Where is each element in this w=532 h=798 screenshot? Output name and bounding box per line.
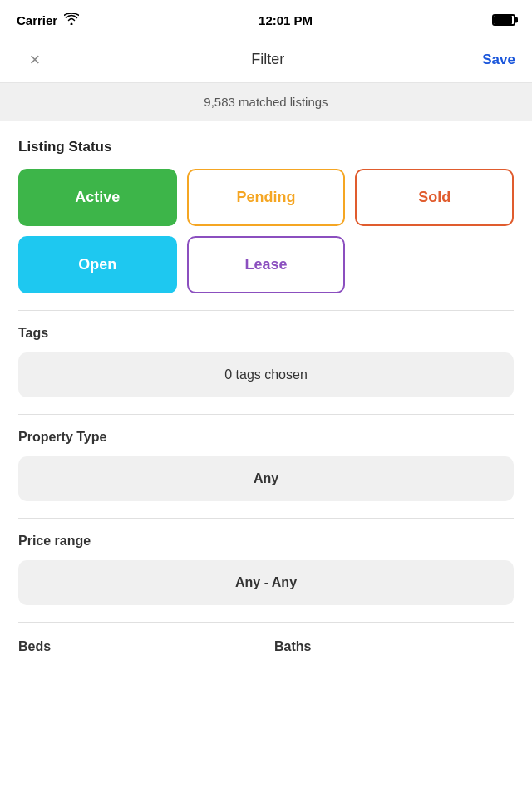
save-button[interactable]: Save <box>482 45 515 75</box>
main-content: Listing Status Active Pending Sold Open … <box>0 121 532 663</box>
tags-label: Tags <box>18 326 514 341</box>
status-active-button[interactable]: Active <box>18 169 177 226</box>
status-open-button[interactable]: Open <box>18 236 177 293</box>
property-type-section: Property Type Any <box>18 415 514 501</box>
status-pending-button[interactable]: Pending <box>187 169 346 226</box>
matched-listings-banner: 9,583 matched listings <box>0 83 532 121</box>
property-type-selector[interactable]: Any <box>18 456 514 501</box>
listing-status-row2: Open Lease <box>18 236 514 293</box>
price-range-label: Price range <box>18 534 514 549</box>
baths-label: Baths <box>274 639 514 654</box>
listing-status-row1: Active Pending Sold <box>18 169 514 226</box>
status-lease-button[interactable]: Lease <box>187 236 346 293</box>
listing-status-title: Listing Status <box>18 139 514 155</box>
beds-baths-section: Beds Baths <box>18 623 514 663</box>
matched-listings-text: 9,583 matched listings <box>204 95 328 109</box>
carrier-label: Carrier <box>17 13 57 27</box>
status-bar: Carrier 12:01 PM <box>0 0 532 37</box>
tags-selector[interactable]: 0 tags chosen <box>18 352 514 397</box>
status-time: 12:01 PM <box>259 13 313 27</box>
tags-section: Tags 0 tags chosen <box>18 311 514 397</box>
battery-indicator <box>492 14 515 26</box>
battery-icon <box>492 14 515 26</box>
price-range-section: Price range Any - Any <box>18 519 514 605</box>
nav-bar: × Filter Save <box>0 37 532 83</box>
nav-title: Filter <box>251 51 284 68</box>
listing-status-section: Listing Status Active Pending Sold Open … <box>18 121 514 293</box>
close-button[interactable]: × <box>17 42 53 78</box>
price-range-selector[interactable]: Any - Any <box>18 560 514 605</box>
status-sold-button[interactable]: Sold <box>355 169 514 226</box>
beds-col: Beds <box>18 639 258 663</box>
beds-label: Beds <box>18 639 258 654</box>
wifi-icon <box>64 13 79 27</box>
baths-col: Baths <box>274 639 514 663</box>
carrier-info: Carrier <box>17 13 79 27</box>
property-type-label: Property Type <box>18 430 514 445</box>
